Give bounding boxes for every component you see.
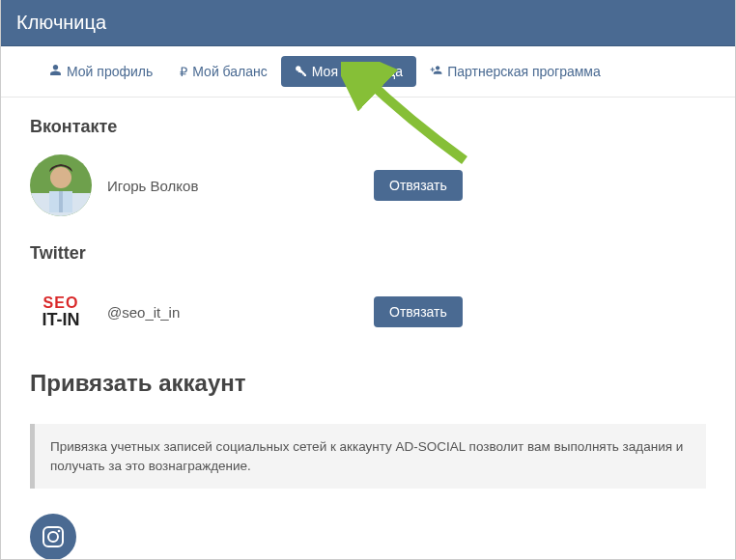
page-header: Ключница bbox=[1, 0, 735, 46]
key-icon bbox=[295, 64, 307, 79]
svg-rect-5 bbox=[43, 527, 63, 546]
twitter-avatar: SEO IT-IN bbox=[30, 281, 92, 343]
avatar-image bbox=[30, 154, 92, 216]
tabs-nav: Мой профиль ₽ Мой баланс Моя ключница Па… bbox=[1, 46, 735, 98]
vk-account-row: Игорь Волков Отвязать bbox=[30, 154, 706, 216]
svg-point-6 bbox=[48, 532, 58, 542]
svg-rect-4 bbox=[59, 191, 63, 212]
info-banner: Привязка учетных записей социальных сете… bbox=[30, 424, 706, 489]
tab-keystore[interactable]: Моя ключница bbox=[281, 56, 416, 87]
tab-profile[interactable]: Мой профиль bbox=[36, 56, 166, 87]
instagram-icon bbox=[42, 525, 65, 548]
tab-keystore-label: Моя ключница bbox=[312, 64, 403, 79]
tab-partner-label: Партнерская программа bbox=[447, 64, 601, 79]
twitter-logo-bottom: IT-IN bbox=[42, 311, 80, 328]
tab-balance-label: Мой баланс bbox=[192, 64, 268, 79]
tab-balance[interactable]: ₽ Мой баланс bbox=[166, 56, 281, 87]
main-content: Вконтакте Игорь Волков Отвязать Twitter … bbox=[1, 98, 735, 560]
twitter-section-title: Twitter bbox=[30, 243, 706, 264]
vk-account-name: Игорь Волков bbox=[107, 178, 349, 194]
vk-section-title: Вконтакте bbox=[30, 117, 706, 137]
vk-unlink-button[interactable]: Отвязать bbox=[374, 170, 463, 201]
user-icon bbox=[49, 64, 62, 79]
twitter-account-row: SEO IT-IN @seo_it_in Отвязать bbox=[30, 281, 706, 343]
plus-user-icon bbox=[430, 64, 442, 79]
twitter-logo-top: SEO bbox=[43, 295, 79, 311]
twitter-account-name: @seo_it_in bbox=[107, 304, 349, 321]
tab-profile-label: Мой профиль bbox=[67, 64, 153, 79]
twitter-unlink-button[interactable]: Отвязать bbox=[374, 296, 463, 327]
page-title: Ключница bbox=[16, 12, 106, 33]
svg-point-7 bbox=[58, 530, 61, 533]
svg-point-2 bbox=[50, 167, 71, 188]
vk-avatar bbox=[30, 154, 92, 216]
ruble-icon: ₽ bbox=[180, 65, 187, 79]
link-account-title: Привязать аккаунт bbox=[30, 370, 706, 397]
tab-partner[interactable]: Партнерская программа bbox=[416, 56, 614, 87]
instagram-link-button[interactable] bbox=[30, 514, 76, 560]
